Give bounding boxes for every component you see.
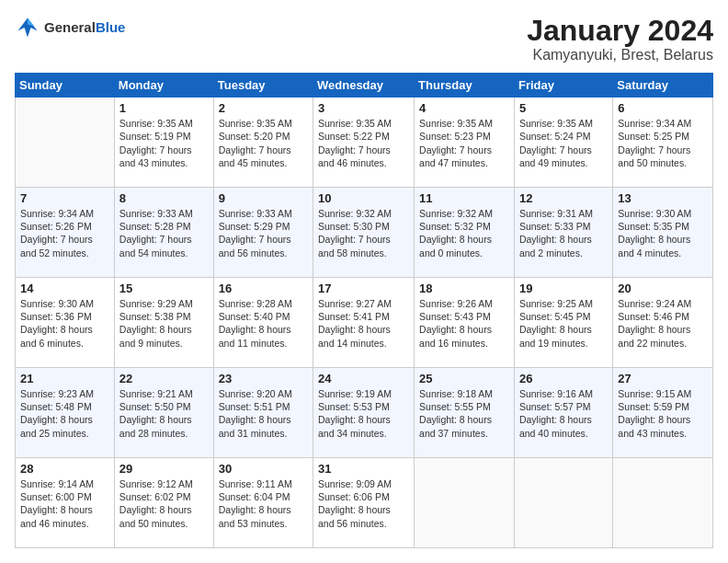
table-row: 21Sunrise: 9:23 AMSunset: 5:48 PMDayligh… [16,368,115,458]
title-block: January 2024 Kamyanyuki, Brest, Belarus [527,15,713,63]
day-info: Sunrise: 9:27 AMSunset: 5:41 PMDaylight:… [318,297,409,350]
table-row: 4Sunrise: 9:35 AMSunset: 5:23 PMDaylight… [415,98,515,188]
day-number: 13 [618,191,708,205]
day-number: 4 [419,101,509,115]
day-number: 19 [519,282,608,295]
table-row [613,458,713,548]
table-row: 31Sunrise: 9:09 AMSunset: 6:06 PMDayligh… [313,458,415,548]
day-number: 14 [20,282,109,295]
table-row: 29Sunrise: 9:12 AMSunset: 6:02 PMDayligh… [114,458,213,548]
day-number: 27 [618,372,708,385]
day-number: 11 [419,191,509,205]
day-info: Sunrise: 9:35 AMSunset: 5:24 PMDaylight:… [519,117,608,169]
day-info: Sunrise: 9:34 AMSunset: 5:26 PMDaylight:… [20,207,109,259]
day-number: 3 [318,101,409,115]
table-row: 24Sunrise: 9:19 AMSunset: 5:53 PMDayligh… [313,368,415,458]
table-row: 13Sunrise: 9:30 AMSunset: 5:35 PMDayligh… [613,188,713,278]
table-row: 19Sunrise: 9:25 AMSunset: 5:45 PMDayligh… [514,278,612,368]
day-info: Sunrise: 9:14 AMSunset: 6:00 PMDaylight:… [20,477,109,530]
day-number: 17 [318,282,409,295]
table-row: 30Sunrise: 9:11 AMSunset: 6:04 PMDayligh… [213,458,313,548]
day-info: Sunrise: 9:21 AMSunset: 5:50 PMDaylight:… [119,387,209,440]
col-tuesday: Tuesday [213,74,313,98]
table-row: 2Sunrise: 9:35 AMSunset: 5:20 PMDaylight… [213,98,313,188]
table-row: 27Sunrise: 9:15 AMSunset: 5:59 PMDayligh… [613,368,713,458]
calendar-title: January 2024 [527,15,713,47]
day-number: 18 [419,282,509,295]
table-row: 6Sunrise: 9:34 AMSunset: 5:25 PMDaylight… [613,98,713,188]
logo: GeneralBlue [15,15,125,40]
day-info: Sunrise: 9:20 AMSunset: 5:51 PMDaylight:… [219,387,308,440]
table-row [514,458,612,548]
day-info: Sunrise: 9:25 AMSunset: 5:45 PMDaylight:… [519,297,608,350]
table-row: 10Sunrise: 9:32 AMSunset: 5:30 PMDayligh… [313,188,415,278]
logo-text: GeneralBlue [44,19,125,36]
day-number: 1 [119,101,209,115]
day-info: Sunrise: 9:29 AMSunset: 5:38 PMDaylight:… [119,297,209,350]
day-info: Sunrise: 9:19 AMSunset: 5:53 PMDaylight:… [318,387,409,440]
logo-icon [15,15,40,40]
table-row: 11Sunrise: 9:32 AMSunset: 5:32 PMDayligh… [415,188,515,278]
col-thursday: Thursday [415,74,515,98]
table-row: 25Sunrise: 9:18 AMSunset: 5:55 PMDayligh… [415,368,515,458]
day-number: 30 [219,462,308,476]
table-row: 14Sunrise: 9:30 AMSunset: 5:36 PMDayligh… [16,278,115,368]
table-row [415,458,515,548]
table-row [16,98,115,188]
day-number: 24 [318,372,409,385]
table-row: 16Sunrise: 9:28 AMSunset: 5:40 PMDayligh… [213,278,313,368]
day-info: Sunrise: 9:34 AMSunset: 5:25 PMDaylight:… [618,117,708,169]
day-number: 15 [119,282,209,295]
day-info: Sunrise: 9:09 AMSunset: 6:06 PMDaylight:… [318,477,409,530]
calendar-body: 1Sunrise: 9:35 AMSunset: 5:19 PMDaylight… [16,98,713,548]
day-info: Sunrise: 9:18 AMSunset: 5:55 PMDaylight:… [419,387,509,440]
col-wednesday: Wednesday [313,74,415,98]
table-row: 18Sunrise: 9:26 AMSunset: 5:43 PMDayligh… [415,278,515,368]
day-info: Sunrise: 9:16 AMSunset: 5:57 PMDaylight:… [519,387,608,440]
day-info: Sunrise: 9:11 AMSunset: 6:04 PMDaylight:… [219,477,308,530]
day-info: Sunrise: 9:30 AMSunset: 5:35 PMDaylight:… [618,207,708,259]
table-row: 15Sunrise: 9:29 AMSunset: 5:38 PMDayligh… [114,278,213,368]
header: GeneralBlue January 2024 Kamyanyuki, Bre… [15,15,713,63]
day-info: Sunrise: 9:32 AMSunset: 5:30 PMDaylight:… [318,207,409,259]
table-row: 22Sunrise: 9:21 AMSunset: 5:50 PMDayligh… [114,368,213,458]
day-info: Sunrise: 9:35 AMSunset: 5:23 PMDaylight:… [419,117,509,169]
day-info: Sunrise: 9:35 AMSunset: 5:22 PMDaylight:… [318,117,409,169]
table-row: 8Sunrise: 9:33 AMSunset: 5:28 PMDaylight… [114,188,213,278]
day-number: 28 [20,462,109,476]
table-row: 17Sunrise: 9:27 AMSunset: 5:41 PMDayligh… [313,278,415,368]
day-info: Sunrise: 9:26 AMSunset: 5:43 PMDaylight:… [419,297,509,350]
table-row: 20Sunrise: 9:24 AMSunset: 5:46 PMDayligh… [613,278,713,368]
day-info: Sunrise: 9:12 AMSunset: 6:02 PMDaylight:… [119,477,209,530]
day-number: 12 [519,191,608,205]
day-number: 5 [519,101,608,115]
day-number: 29 [119,462,209,476]
col-sunday: Sunday [16,74,115,98]
day-number: 16 [219,282,308,295]
day-number: 9 [219,191,308,205]
table-row: 3Sunrise: 9:35 AMSunset: 5:22 PMDaylight… [313,98,415,188]
day-number: 20 [618,282,708,295]
day-info: Sunrise: 9:32 AMSunset: 5:32 PMDaylight:… [419,207,509,259]
day-info: Sunrise: 9:24 AMSunset: 5:46 PMDaylight:… [618,297,708,350]
day-number: 22 [119,372,209,385]
table-row: 7Sunrise: 9:34 AMSunset: 5:26 PMDaylight… [16,188,115,278]
day-info: Sunrise: 9:31 AMSunset: 5:33 PMDaylight:… [519,207,608,259]
day-number: 7 [20,191,109,205]
logo-general: General [44,19,96,35]
day-info: Sunrise: 9:33 AMSunset: 5:28 PMDaylight:… [119,207,209,259]
calendar-table: Sunday Monday Tuesday Wednesday Thursday… [15,73,713,548]
logo-blue: Blue [96,19,126,35]
table-row: 26Sunrise: 9:16 AMSunset: 5:57 PMDayligh… [514,368,612,458]
day-info: Sunrise: 9:30 AMSunset: 5:36 PMDaylight:… [20,297,109,350]
day-info: Sunrise: 9:35 AMSunset: 5:19 PMDaylight:… [119,117,209,169]
day-info: Sunrise: 9:28 AMSunset: 5:40 PMDaylight:… [219,297,308,350]
day-number: 10 [318,191,409,205]
table-row: 9Sunrise: 9:33 AMSunset: 5:29 PMDaylight… [213,188,313,278]
calendar-header-row: Sunday Monday Tuesday Wednesday Thursday… [16,74,713,98]
day-info: Sunrise: 9:35 AMSunset: 5:20 PMDaylight:… [219,117,308,169]
table-row: 1Sunrise: 9:35 AMSunset: 5:19 PMDaylight… [114,98,213,188]
col-friday: Friday [514,74,612,98]
day-number: 25 [419,372,509,385]
day-number: 8 [119,191,209,205]
